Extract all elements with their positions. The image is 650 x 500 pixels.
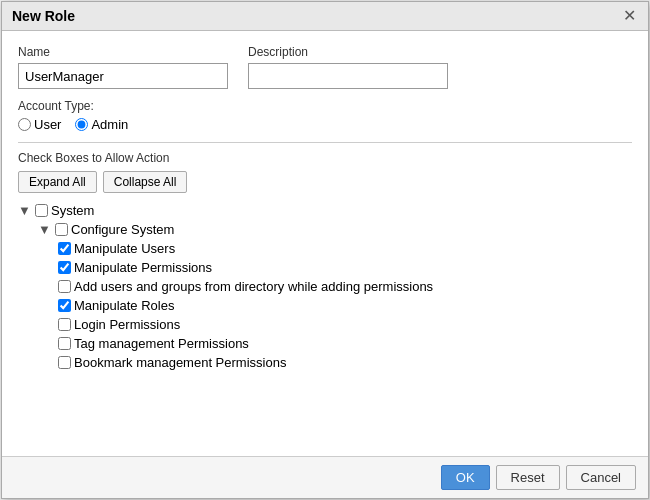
configure-system-checkbox[interactable] <box>55 223 68 236</box>
manipulate-users-checkbox[interactable] <box>58 242 71 255</box>
add-users-groups-checkbox[interactable] <box>58 280 71 293</box>
bookmark-management-label: Bookmark management Permissions <box>74 355 286 370</box>
expand-all-button[interactable]: Expand All <box>18 171 97 193</box>
name-group: Name <box>18 45 228 89</box>
tree-item-system: ▼ System <box>18 203 632 218</box>
system-checkbox[interactable] <box>35 204 48 217</box>
configure-system-children: Manipulate Users Manipulate Permissions … <box>58 241 632 370</box>
radio-admin-label[interactable]: Admin <box>75 117 128 132</box>
manipulate-roles-checkbox[interactable] <box>58 299 71 312</box>
configure-system-toggle[interactable]: ▼ <box>38 222 52 237</box>
tree-item-configure-system: ▼ Configure System <box>38 222 632 237</box>
description-label: Description <box>248 45 448 59</box>
add-users-groups-label: Add users and groups from directory whil… <box>74 279 433 294</box>
list-item: Manipulate Roles <box>58 298 632 313</box>
close-button[interactable]: ✕ <box>621 8 638 24</box>
system-label: System <box>51 203 94 218</box>
expand-collapse-row: Expand All Collapse All <box>18 171 632 193</box>
name-label: Name <box>18 45 228 59</box>
manipulate-roles-label: Manipulate Roles <box>74 298 174 313</box>
list-item: Login Permissions <box>58 317 632 332</box>
tag-management-checkbox[interactable] <box>58 337 71 350</box>
description-input[interactable] <box>248 63 448 89</box>
check-boxes-label: Check Boxes to Allow Action <box>18 151 632 165</box>
tree-container: ▼ System ▼ Configure System Manipulate U… <box>18 203 632 370</box>
system-toggle[interactable]: ▼ <box>18 203 32 218</box>
radio-group: User Admin <box>18 117 632 132</box>
reset-button[interactable]: Reset <box>496 465 560 490</box>
description-group: Description <box>248 45 448 89</box>
name-input[interactable] <box>18 63 228 89</box>
manipulate-permissions-checkbox[interactable] <box>58 261 71 274</box>
tag-management-label: Tag management Permissions <box>74 336 249 351</box>
dialog-title: New Role <box>12 8 75 24</box>
radio-user-label[interactable]: User <box>18 117 61 132</box>
new-role-dialog: New Role ✕ Name Description Account Type… <box>1 1 649 499</box>
login-permissions-checkbox[interactable] <box>58 318 71 331</box>
account-type-row: Account Type: User Admin <box>18 99 632 132</box>
configure-system-label: Configure System <box>71 222 174 237</box>
list-item: Add users and groups from directory whil… <box>58 279 632 294</box>
ok-button[interactable]: OK <box>441 465 490 490</box>
collapse-all-button[interactable]: Collapse All <box>103 171 188 193</box>
manipulate-users-label: Manipulate Users <box>74 241 175 256</box>
list-item: Bookmark management Permissions <box>58 355 632 370</box>
list-item: Manipulate Permissions <box>58 260 632 275</box>
account-type-label: Account Type: <box>18 99 632 113</box>
login-permissions-label: Login Permissions <box>74 317 180 332</box>
dialog-footer: OK Reset Cancel <box>2 456 648 498</box>
cancel-button[interactable]: Cancel <box>566 465 636 490</box>
list-item: Manipulate Users <box>58 241 632 256</box>
dialog-titlebar: New Role ✕ <box>2 2 648 31</box>
bookmark-management-checkbox[interactable] <box>58 356 71 369</box>
divider <box>18 142 632 143</box>
dialog-body: Name Description Account Type: User Admi… <box>2 31 648 456</box>
radio-admin-text: Admin <box>91 117 128 132</box>
radio-user-text: User <box>34 117 61 132</box>
radio-user[interactable] <box>18 118 31 131</box>
name-description-row: Name Description <box>18 45 632 89</box>
manipulate-permissions-label: Manipulate Permissions <box>74 260 212 275</box>
list-item: Tag management Permissions <box>58 336 632 351</box>
radio-admin[interactable] <box>75 118 88 131</box>
system-children: ▼ Configure System Manipulate Users Mani… <box>38 222 632 370</box>
